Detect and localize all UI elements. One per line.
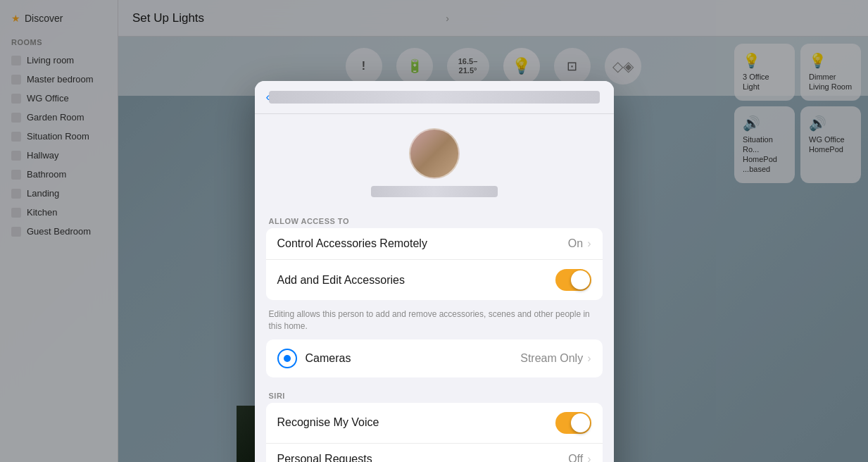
recognise-voice-label: Recognise My Voice (277, 416, 379, 429)
add-edit-row[interactable]: Add and Edit Accessories (266, 260, 603, 300)
personal-requests-row[interactable]: Personal Requests Off › (266, 444, 603, 462)
user-name (371, 186, 498, 197)
siri-header: SIRI (255, 383, 614, 403)
cameras-value-text: Stream Only (520, 352, 583, 365)
cameras-label: Cameras (306, 352, 351, 365)
add-edit-help-text: Editing allows this person to add and re… (255, 306, 614, 339)
cameras-row[interactable]: Cameras Stream Only › (266, 339, 603, 377)
modal-title (269, 91, 600, 104)
control-accessories-text: On (568, 237, 583, 250)
modal-overlay: ‹ ALLOW ACCESS TO Control Accessories Re… (0, 0, 868, 462)
back-button[interactable]: ‹ (266, 90, 270, 104)
cameras-row-content: Cameras (277, 349, 351, 368)
allow-access-header: ALLOW ACCESS TO (255, 211, 614, 228)
modal-scroll-content[interactable]: ALLOW ACCESS TO Control Accessories Remo… (255, 114, 614, 462)
modal-header: ‹ (255, 81, 614, 114)
cameras-value-container: Stream Only › (520, 352, 591, 365)
personal-requests-value-container: Off › (568, 453, 591, 462)
personal-requests-chevron: › (587, 453, 591, 462)
recognise-voice-toggle[interactable] (555, 412, 591, 434)
allow-access-group: Control Accessories Remotely On › Add an… (266, 228, 603, 300)
control-accessories-value: On › (568, 237, 591, 250)
camera-circle-inner (284, 355, 291, 362)
personal-requests-label: Personal Requests (277, 453, 372, 462)
cameras-group: Cameras Stream Only › (266, 339, 603, 377)
control-accessories-label: Control Accessories Remotely (277, 237, 427, 250)
user-avatar (409, 128, 460, 179)
add-edit-label: Add and Edit Accessories (277, 274, 405, 287)
recognise-voice-row[interactable]: Recognise My Voice (266, 403, 603, 444)
control-accessories-row[interactable]: Control Accessories Remotely On › (266, 228, 603, 260)
camera-circle-icon (277, 349, 297, 368)
cameras-chevron: › (587, 352, 591, 365)
personal-requests-value-text: Off (568, 453, 583, 462)
siri-group: Recognise My Voice Personal Requests Off… (266, 403, 603, 462)
profile-section (255, 114, 614, 211)
person-settings-modal: ‹ ALLOW ACCESS TO Control Accessories Re… (255, 81, 614, 462)
add-edit-toggle[interactable] (555, 269, 591, 291)
control-accessories-chevron: › (587, 237, 591, 250)
